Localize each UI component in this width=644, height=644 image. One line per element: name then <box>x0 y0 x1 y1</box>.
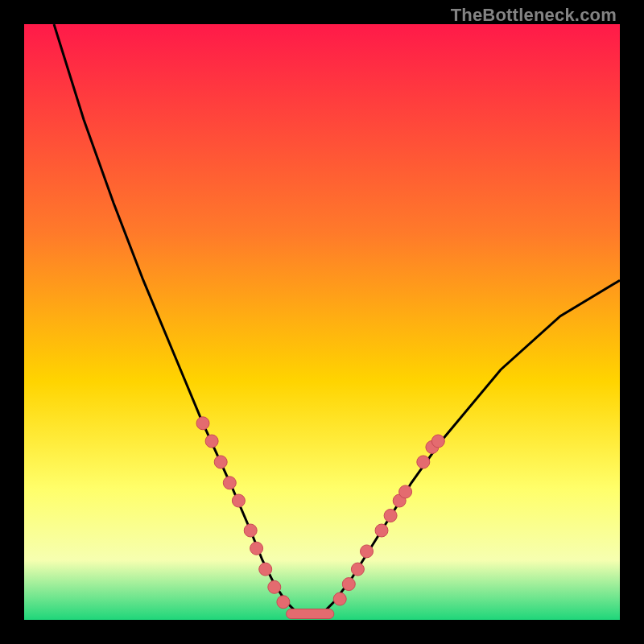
data-dot <box>431 435 444 448</box>
data-dot <box>205 435 218 448</box>
data-dot <box>375 524 388 537</box>
data-dot <box>232 494 245 507</box>
data-dot <box>417 456 430 469</box>
bottleneck-chart <box>24 24 620 620</box>
data-dot <box>399 485 412 498</box>
data-dot <box>277 596 290 609</box>
data-dot <box>223 477 236 489</box>
data-dot <box>342 578 355 591</box>
data-dot <box>333 592 346 605</box>
data-dot <box>244 524 257 537</box>
data-dot <box>384 510 397 522</box>
watermark-text: TheBottleneck.com <box>451 5 617 26</box>
data-dot <box>259 563 272 576</box>
data-dot <box>268 580 281 593</box>
gradient-background <box>24 24 620 620</box>
data-dot <box>351 563 364 576</box>
data-dot <box>196 417 209 430</box>
bottleneck-flat-segment <box>287 609 334 619</box>
data-dot <box>214 456 227 469</box>
data-dot <box>361 545 374 558</box>
data-dot <box>250 542 263 555</box>
chart-frame <box>24 24 620 620</box>
